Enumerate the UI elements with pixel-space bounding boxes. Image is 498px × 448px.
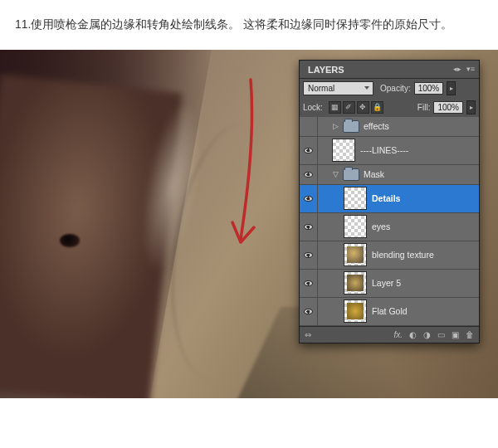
layer-thumbnail [344, 299, 367, 323]
visibility-eye-icon[interactable] [304, 172, 313, 178]
new-group-icon[interactable]: ▭ [437, 330, 445, 339]
panel-tabbar: LAYERS ◂▸ ▾≡ [300, 61, 479, 79]
visibility-eye-icon[interactable] [304, 224, 313, 230]
layer-group-effects[interactable]: ▷ effects [300, 117, 479, 137]
layer-label: ----LINES---- [360, 145, 408, 155]
opacity-label: Opacity: [380, 84, 411, 93]
opacity-slider-icon[interactable]: ▸ [447, 81, 456, 95]
mask-icon[interactable]: ◐ [409, 330, 417, 339]
opacity-value[interactable]: 100% [414, 82, 444, 95]
panel-footer: ⇔ fx. ◐ ◑ ▭ ▣ 🗑 [300, 326, 479, 343]
artwork-navel [60, 234, 80, 247]
layer-details[interactable]: Details [300, 185, 479, 213]
visibility-eye-icon[interactable] [304, 252, 313, 258]
layer-label: eyes [372, 222, 390, 231]
folder-icon [343, 120, 359, 133]
trash-icon[interactable]: 🗑 [466, 330, 474, 339]
adjustment-icon[interactable]: ◑ [423, 330, 431, 339]
layer-label: effects [364, 121, 389, 131]
canvas[interactable]: LAYERS ◂▸ ▾≡ Normal Opacity: 100% ▸ Lock… [0, 50, 498, 398]
layer-label: blending texture [372, 250, 434, 260]
lock-pixels-icon[interactable]: ✐ [343, 101, 355, 114]
layer-lines[interactable]: ----LINES---- [300, 137, 479, 165]
fill-label: Fill: [417, 103, 431, 112]
layer-eyes[interactable]: eyes [300, 213, 479, 241]
layer-5[interactable]: Layer 5 [300, 270, 479, 298]
annotation-arrow-icon [214, 75, 272, 265]
layer-label: Mask [364, 169, 384, 179]
disclosure-icon[interactable]: ▷ [331, 122, 339, 130]
new-layer-icon[interactable]: ▣ [452, 330, 459, 339]
instruction-text: 11.使用喷枪金属的边缘和转角处绘制线条。 这将柔和边缘同时保持零件的原始尺寸。 [0, 0, 498, 50]
layer-thumbnail [344, 243, 367, 266]
lock-transparency-icon[interactable]: ▦ [329, 101, 341, 114]
link-layers-icon[interactable]: ⇔ [305, 330, 318, 339]
lock-all-icon[interactable]: 🔒 [371, 101, 383, 114]
lock-position-icon[interactable]: ✥ [357, 101, 369, 114]
visibility-eye-icon[interactable] [304, 196, 313, 202]
disclosure-icon[interactable]: ▽ [331, 170, 339, 178]
fx-icon[interactable]: fx. [393, 330, 403, 339]
panel-tab-layers[interactable]: LAYERS [300, 61, 353, 77]
layer-list: ▷ effects ----LINES---- ▽ Mask [300, 117, 479, 326]
panel-collapse-icon[interactable]: ◂▸ [452, 64, 463, 74]
layer-thumbnail [344, 271, 367, 295]
layer-label: Details [372, 193, 400, 203]
layer-thumbnail [344, 215, 367, 238]
lock-label: Lock: [303, 103, 323, 112]
layer-flat-gold[interactable]: Flat Gold [300, 298, 479, 326]
folder-icon [343, 168, 359, 181]
layer-thumbnail [344, 187, 367, 210]
layers-panel: LAYERS ◂▸ ▾≡ Normal Opacity: 100% ▸ Lock… [299, 60, 480, 343]
layer-label: Flat Gold [372, 306, 408, 316]
panel-menu-icon[interactable]: ▾≡ [465, 64, 476, 74]
layer-group-mask[interactable]: ▽ Mask [300, 165, 479, 185]
fill-slider-icon[interactable]: ▸ [466, 100, 476, 114]
fill-value[interactable]: 100% [433, 101, 463, 114]
visibility-eye-icon[interactable] [304, 309, 313, 314]
blend-mode-dropdown[interactable]: Normal [303, 81, 374, 95]
layer-thumbnail [332, 139, 355, 162]
visibility-eye-icon[interactable] [304, 280, 313, 286]
layer-label: Layer 5 [372, 278, 401, 288]
layer-blending-texture[interactable]: blending texture [300, 241, 479, 270]
visibility-eye-icon[interactable] [304, 148, 313, 153]
